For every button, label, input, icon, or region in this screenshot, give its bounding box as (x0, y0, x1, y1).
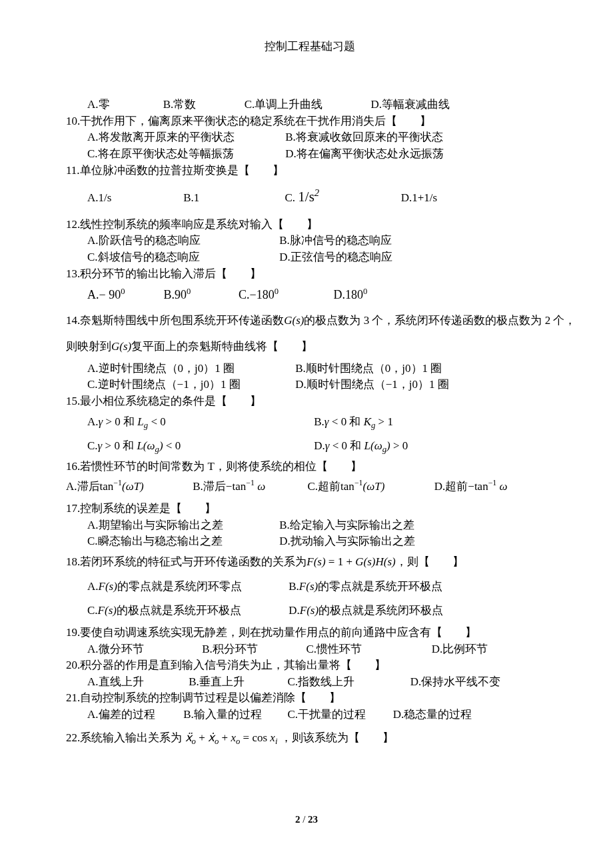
q11-opt-d: D.1+1/s (401, 191, 437, 204)
q22-s3: o (236, 737, 240, 746)
q15-stem: 15.最小相位系统稳定的条件是【 】 (66, 393, 553, 410)
q16d-neg: − (468, 480, 474, 493)
q18a-post: 的零点就是系统闭环零点 (117, 580, 242, 593)
q18-opt-b: B.F(s)的零点就是系统开环极点 (289, 580, 442, 593)
q13a-base: − 90 (99, 288, 121, 301)
q14-p1post: 的极点数为 3 个，系统闭环传递函数的极点数为 2 个， (304, 314, 576, 327)
q18d-pre: D. (289, 604, 300, 617)
q13-stem: 13.积分环节的输出比输入滞后【 】 (66, 266, 553, 283)
q19-options: A.微分环节 B.积分环节 C.惯性环节 D.比例环节 (66, 641, 553, 658)
q14-gs1: G(s) (284, 314, 304, 327)
q18a-F: F(s) (99, 580, 117, 593)
q13-options: A.− 900 B.900 C.−1800 D.1800 (66, 282, 553, 310)
q22-s4: i (275, 737, 278, 746)
q15d-mid: < 0 和 (329, 439, 364, 452)
q10-opt-d: D.将在偏离平衡状态处永远振荡 (285, 147, 444, 160)
q20-opt-b: B.垂直上升 (189, 674, 285, 691)
q15-opt-d: D.γ < 0 和 L(ωg) > 0 (314, 439, 408, 452)
q22-s1: o (192, 737, 196, 746)
q17-row1: A.期望输出与实际输出之差 B.给定输入与实际输出之差 (66, 517, 553, 534)
q16b-sup: −1 (246, 479, 255, 488)
q15d-post: > 0 (390, 439, 408, 452)
q16-stem: 16.若惯性环节的时间常数为 T，则将使系统的相位【 】 (66, 459, 553, 475)
q13-opt-c: C.−1800 (239, 286, 330, 303)
q14-opt-c: C.逆时针围绕点（−1，j0）1 圈 (87, 377, 293, 393)
q15-opt-c: C.γ > 0 和 L(ωg) < 0 (87, 438, 311, 455)
q22-s2: o (215, 737, 219, 746)
q11-c-frac: 1/s (298, 189, 314, 205)
q12-row1: A.阶跃信号的稳态响应 B.脉冲信号的稳态响应 (66, 233, 553, 249)
q19-opt-d: D.比例环节 (432, 643, 488, 655)
q15a-pre: A. (87, 415, 99, 428)
q22-xd: ẋ (208, 731, 215, 744)
q15a-mid: > 0 和 (103, 415, 137, 428)
page-total: 23 (308, 814, 318, 825)
q15d-L: L(ω (364, 439, 382, 452)
q16b-arg: ω (255, 480, 265, 493)
q16-opt-a: A.滞后tan−1(ωT) (66, 479, 190, 495)
q10-stem: 10.干扰作用下，偏离原来平衡状态的稳定系统在干扰作用消失后【 】 (66, 113, 553, 130)
q14-row1: A.逆时针围绕点（0，j0）1 圈 B.顺时针围绕点（0，j0）1 圈 (66, 361, 553, 377)
q22-post: ，则该系统为【 】 (281, 731, 394, 744)
q10-opt-b: B.将衰减收敛回原来的平衡状态 (285, 131, 443, 143)
q11-opt-b: B.1 (183, 190, 282, 207)
q15c-L: L(ω (137, 439, 155, 452)
q18-eq: = 1 + (326, 555, 356, 568)
q9-options: A.零 B.常数 C.单调上升曲线 D.等幅衰减曲线 (66, 97, 553, 113)
q20-opt-c: C.指数线上升 (288, 674, 408, 691)
q21-opt-d: D.稳态量的过程 (393, 708, 472, 721)
q22-stem: 22.系统输入输出关系为 ẍo + ẋo + xo = cos xi ，则该系统… (66, 723, 553, 747)
q13-opt-b: B.900 (164, 286, 236, 303)
q18c-F: F(s) (98, 604, 117, 617)
q20-options: A.直线上升 B.垂直上升 C.指数线上升 D.保持水平线不变 (66, 674, 553, 691)
q13a-sup: 0 (121, 287, 125, 296)
q14-p2post: 复平面上的奈魁斯特曲线将【 】 (131, 340, 312, 353)
q11-stem: 11.单位脉冲函数的拉普拉斯变换是【 】 (66, 163, 553, 179)
q9-opt-d: D.等幅衰减曲线 (370, 98, 450, 111)
q16a-f: tan (100, 480, 114, 493)
q17-opt-d: D.扰动输入与实际输出之差 (279, 535, 415, 547)
q18-row1: A.F(s)的零点就是系统闭环零点 B.F(s)的零点就是系统开环极点 (66, 579, 553, 603)
q18-H: H(s) (375, 555, 395, 568)
q19-opt-c: C.惯性环节 (306, 641, 429, 658)
q9-opt-b: B.常数 (163, 98, 197, 111)
q14-row2: C.逆时针围绕点（−1，j0）1 圈 D.顺时针围绕点（−1，j0）1 圈 (66, 377, 553, 393)
q16d-arg: ω (496, 480, 507, 493)
q9-opt-a: A.零 (87, 98, 110, 111)
q16a-sup: −1 (113, 479, 122, 488)
q14-stem2: 则映射到G(s)复平面上的奈魁斯特曲线将【 】 (66, 339, 553, 361)
q21-opt-a: A.偏差的过程 (87, 707, 181, 723)
q15b-K: K (364, 415, 371, 428)
q18b-pre: B. (289, 580, 299, 593)
q15b-mid: < 0 和 (329, 415, 364, 428)
q18d-post: 的极点就是系统闭环极点 (318, 604, 443, 617)
q16-opt-b: B.滞后−tan−1 ω (193, 479, 305, 495)
q15-row1: A.γ > 0 和 Lg < 0 B.γ < 0 和 Kg > 1 (66, 410, 553, 439)
q15b-post: > 1 (375, 415, 393, 428)
q19-opt-a: A.微分环节 (87, 641, 199, 658)
q16a-arg: (ωT) (122, 480, 144, 493)
q12-opt-d: D.正弦信号的稳态响应 (279, 251, 392, 263)
q11-options: A.1/s B.1 C. 1/s2 D.1+1/s (66, 183, 553, 212)
q22-x: x (231, 731, 236, 744)
q22-eq: = cos (243, 731, 271, 744)
q13-opt-a: A.− 900 (87, 286, 161, 303)
q16c-f: tan (340, 480, 354, 493)
q16d-sup: −1 (488, 479, 497, 488)
q15-opt-a: A.γ > 0 和 Lg < 0 (87, 414, 311, 431)
q14-opt-a: A.逆时针围绕点（0，j0）1 圈 (87, 361, 293, 377)
q13b-base: 90 (175, 288, 187, 301)
q22-p1: + (199, 731, 208, 744)
q10-opt-c: C.将在原平衡状态处等幅振荡 (87, 146, 283, 163)
q13d-sup: 0 (363, 287, 367, 296)
q12-row2: C.斜坡信号的稳态响应 D.正弦信号的稳态响应 (66, 249, 553, 266)
q13d-base: 180 (345, 288, 363, 301)
q18d-F: F(s) (300, 604, 318, 617)
page-title: 控制工程基础习题 (66, 39, 553, 54)
q21-options: A.偏差的过程 B.输入量的过程 C.干扰量的过程 D.稳态量的过程 (66, 707, 553, 723)
q21-stem: 21.自动控制系统的控制调节过程是以偏差消除【 】 (66, 690, 553, 707)
q19-stem: 19.要使自动调速系统实现无静差，则在扰动量作用点的前向通路中应含有【 】 (66, 625, 553, 641)
q16d-f: tan (474, 480, 488, 493)
page-sep: / (300, 814, 308, 825)
q16c-sup: −1 (354, 479, 363, 488)
